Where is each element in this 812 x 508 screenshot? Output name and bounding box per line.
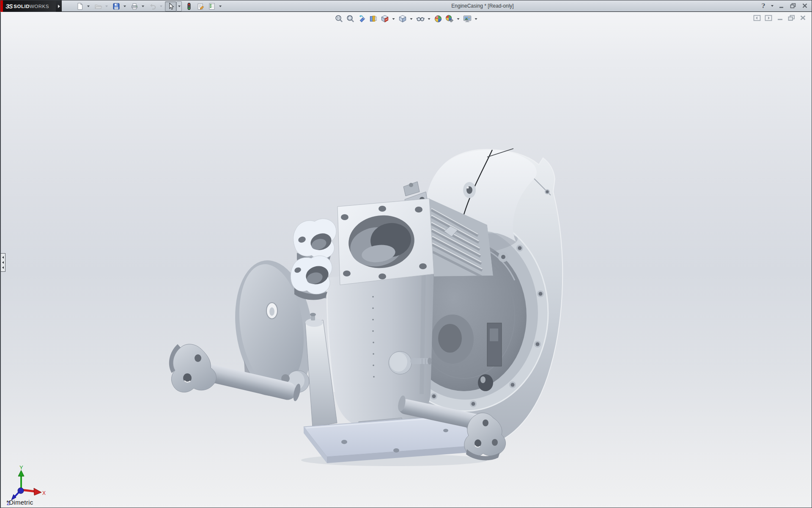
display-style-icon — [398, 14, 407, 23]
menu-flyout-button[interactable] — [56, 0, 62, 12]
new-document-dropdown[interactable] — [85, 1, 91, 11]
view-orientation-dropdown[interactable] — [391, 14, 396, 24]
close-doc-button[interactable] — [798, 14, 807, 21]
apply-scene-dropdown[interactable] — [456, 14, 461, 24]
restore-doc-icon — [788, 15, 795, 21]
view-orientation-icon — [381, 14, 390, 23]
left-rod-flange — [171, 344, 216, 392]
open-folder-icon — [94, 3, 102, 10]
triad-y-label: Y — [19, 464, 23, 471]
restore-icon — [790, 3, 796, 8]
print-icon — [131, 3, 138, 10]
logo-glyph: ЗS — [5, 3, 12, 10]
edit-appearance-button[interactable] — [433, 14, 444, 24]
minimize-doc-button[interactable] — [776, 14, 784, 21]
pane-right-icon — [765, 15, 772, 21]
help-button[interactable]: ? — [758, 1, 768, 10]
display-style-dropdown[interactable] — [409, 14, 414, 24]
model-engine-casing[interactable] — [1, 12, 812, 508]
print-button[interactable] — [129, 1, 140, 11]
options-dropdown[interactable] — [217, 1, 223, 11]
new-document-icon — [76, 3, 84, 10]
save-button[interactable] — [110, 1, 122, 11]
new-document-button[interactable] — [74, 1, 85, 11]
open-button[interactable] — [92, 1, 104, 11]
hide-show-items-dropdown[interactable] — [427, 14, 431, 24]
flyout-arrow-icon — [58, 5, 60, 8]
pane-right-button[interactable] — [764, 14, 773, 21]
file-properties-icon — [197, 3, 204, 10]
collapse-arrow-icon — [2, 261, 4, 264]
pane-left-icon — [753, 15, 761, 21]
previous-view-button[interactable] — [357, 14, 368, 24]
pane-left-button[interactable] — [753, 14, 761, 21]
display-style-button[interactable] — [398, 14, 408, 24]
save-dropdown[interactable] — [122, 1, 127, 11]
logo-text-bold: SOLID — [14, 4, 30, 9]
options-icon — [208, 3, 216, 10]
edit-appearance-icon — [434, 14, 443, 23]
undo-icon — [149, 3, 156, 10]
solidworks-window: { "window": { "title": "EngineCasing * [… — [0, 0, 812, 508]
view-orientation-label: *Dimetric — [6, 499, 33, 506]
select-dropdown[interactable] — [176, 1, 182, 11]
close-doc-icon — [800, 15, 806, 21]
close-button[interactable] — [800, 1, 810, 10]
window-title: EngineCasing * [Read-only] — [406, 3, 559, 9]
cylinder-mount-face[interactable] — [337, 199, 434, 285]
view-settings-button[interactable] — [462, 14, 473, 24]
window-controls: ? — [758, 1, 810, 10]
zoom-to-fit-button[interactable] — [334, 14, 345, 24]
title-bar[interactable]: ЗS SOLIDWORKS — [0, 0, 812, 12]
restore-doc-button[interactable] — [787, 14, 796, 21]
selection-filter-icon — [185, 3, 193, 10]
feature-manager-collapsed-tab[interactable] — [1, 253, 5, 272]
zoom-to-area-button[interactable] — [346, 14, 356, 24]
view-orientation-button[interactable] — [380, 14, 390, 24]
document-window-controls — [753, 14, 807, 21]
undo-dropdown[interactable] — [158, 1, 164, 11]
logo-text-light: WORKS — [30, 4, 49, 9]
minimize-doc-icon — [777, 15, 783, 21]
minimize-icon — [779, 3, 784, 8]
apply-scene-button[interactable] — [444, 14, 455, 24]
collapse-arrow-icon — [2, 266, 4, 269]
open-dropdown[interactable] — [104, 1, 109, 11]
help-dropdown[interactable] — [770, 1, 774, 10]
section-view-icon — [369, 14, 378, 23]
save-icon — [112, 3, 120, 10]
zoom-to-area-icon — [346, 14, 355, 23]
graphics-viewport[interactable]: Y X Z *Dimetric — [0, 12, 812, 508]
select-cursor-icon — [167, 3, 175, 10]
apply-scene-icon — [445, 14, 454, 23]
hide-show-items-button[interactable] — [415, 14, 426, 24]
section-view-button[interactable] — [368, 14, 379, 24]
file-properties-button[interactable] — [195, 1, 206, 11]
heads-up-view-toolbar — [334, 14, 479, 24]
view-settings-icon — [463, 14, 472, 23]
minimize-button[interactable] — [776, 1, 786, 10]
view-settings-dropdown[interactable] — [474, 14, 478, 24]
triad-x-label: X — [42, 490, 46, 496]
solidworks-logo: ЗS SOLIDWORKS — [0, 0, 56, 12]
zoom-to-fit-icon — [335, 14, 344, 23]
collapse-arrow-icon — [2, 256, 4, 259]
close-icon — [802, 3, 808, 8]
undo-button[interactable] — [147, 1, 158, 11]
selection-filter-button[interactable] — [183, 1, 195, 11]
previous-view-icon — [358, 14, 367, 23]
hide-show-items-icon — [416, 14, 425, 23]
select-button[interactable] — [165, 1, 176, 11]
pivot-bolt — [410, 358, 430, 364]
restore-button[interactable] — [788, 1, 798, 10]
main-toolbar — [74, 1, 224, 11]
options-button[interactable] — [206, 1, 217, 11]
logo-accent-stripe — [0, 0, 3, 12]
print-dropdown[interactable] — [140, 1, 145, 11]
